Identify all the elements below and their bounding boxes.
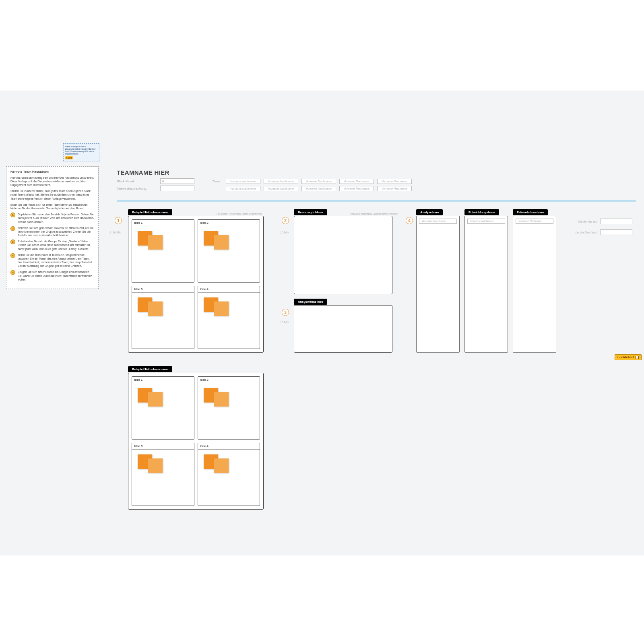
team-member-chip[interactable]: Vorname Nachname [339, 186, 374, 191]
attribution-badge: Lucid [65, 156, 73, 159]
selected-idea-tab[interactable]: Ausgewählte Idee [294, 299, 327, 305]
step-text-4: Teilen Sie die Teilnehmer in Teams ein. … [18, 253, 94, 268]
step-1-badge: 1 [115, 217, 122, 224]
analysis-team-tab[interactable]: Analyseteam [416, 209, 443, 215]
idea-title: Idee 2 [198, 220, 260, 226]
dev-team-tab[interactable]: Entwicklungsteam [464, 209, 499, 215]
team-member-chip[interactable]: Vorname Nachname [377, 179, 412, 184]
board-header: TEAMNAME HIER Slack Kanal: # Team: Vorna… [117, 169, 636, 193]
team-member-chip[interactable]: Vorname Nachname [516, 219, 553, 224]
participant-2-tab[interactable]: Beispiel-Teilnehmername [128, 366, 172, 372]
step-badge-5: 5 [10, 270, 15, 275]
idea-title: Idee 4 [198, 443, 260, 450]
sticky-note[interactable] [214, 235, 229, 250]
team-member-chip[interactable]: Vorname Nachname [301, 179, 336, 184]
idea-card[interactable]: Idee 3 [132, 443, 194, 506]
last-run-input[interactable] [600, 229, 632, 235]
step-badge-3: 3 [10, 239, 15, 244]
step-badge-4: 4 [10, 253, 15, 258]
instructions-p2: Stellen Sie zunächst sicher, dass jedes … [10, 189, 94, 200]
sticky-note[interactable] [148, 301, 163, 316]
selected-idea-panel[interactable] [294, 305, 392, 353]
pres-team-tab[interactable]: Präsentationsteam [513, 209, 548, 215]
slack-channel-input[interactable]: # [160, 178, 194, 184]
sticky-note[interactable] [148, 392, 163, 407]
step-1-note: Für jeden Teilnehmer unten duplizieren [217, 213, 262, 215]
idea-card[interactable]: Idee 2 [198, 219, 260, 283]
idea-card[interactable]: Idee 1 [132, 219, 194, 283]
team-member-chip[interactable]: Vorname Nachname [264, 179, 298, 184]
team-member-chip[interactable]: Vorname Nachname [264, 186, 298, 191]
team-member-chip[interactable]: Vorname Nachname [419, 219, 457, 224]
step-badge-1: 1 [10, 213, 15, 217]
section-divider [117, 200, 636, 202]
step-2-time: 10 Min [280, 231, 289, 234]
participant-1-panel[interactable]: Idee 1 Idee 2 Idee 3 Idee 4 [128, 216, 264, 353]
step-1-time: 5–10 Min [109, 231, 121, 234]
fav-ideas-panel[interactable] [294, 216, 392, 294]
step-text-1: Duplizieren Sie den ersten Bereich für j… [18, 213, 94, 224]
team-members-label: Team: [212, 180, 221, 183]
instructions-title: Remote Team Hackathon [10, 170, 94, 174]
dev-team-panel[interactable]: Vorname Nachname [464, 216, 508, 353]
idea-card[interactable]: Idee 2 [198, 376, 260, 440]
attribution-note: Diese Vorlage wurde in Zusammenarbeit mi… [63, 143, 99, 161]
idea-card[interactable]: Idee 1 [132, 376, 194, 440]
lucidchart-badge[interactable]: Lucidchart [615, 354, 642, 360]
analysis-team-panel[interactable]: Vorname Nachname [416, 216, 460, 353]
instructions-p1: Remote Arbeit kann kniffig sein und Remo… [10, 176, 94, 187]
idea-title: Idee 3 [132, 443, 194, 450]
slack-channel-label: Slack Kanal: [117, 180, 157, 183]
sticky-note[interactable] [214, 301, 229, 316]
team-member-chip[interactable]: Vorname Nachname [467, 219, 505, 224]
last-run-row: Letzter Durchlauf: [564, 229, 632, 235]
team-member-chip[interactable]: Vorname Nachname [339, 179, 374, 184]
idea-title: Idee 3 [132, 286, 194, 293]
team-member-chip[interactable]: Vorname Nachname [377, 186, 412, 191]
step-text-3: Entscheiden Sie sich als Gruppe für eine… [18, 239, 94, 251]
idea-card[interactable]: Idee 3 [132, 286, 194, 349]
idea-title: Idee 1 [132, 377, 194, 383]
participant-2-panel[interactable]: Idee 1 Idee 2 Idee 3 Idee 4 [128, 373, 264, 510]
team-member-chip[interactable]: Vorname Nachname [301, 186, 336, 191]
step-text-5: Einigen Sie sich anschließend als Gruppe… [18, 270, 94, 281]
meet-again-row: Wieder hier am: [564, 219, 632, 224]
sticky-note[interactable] [214, 458, 229, 473]
attribution-text: Diese Vorlage wurde in Zusammenarbeit mi… [65, 145, 95, 155]
meet-again-label: Wieder hier am: [564, 220, 598, 223]
sticky-note[interactable] [148, 458, 163, 473]
idea-title: Idee 2 [198, 377, 260, 383]
fav-ideas-tab[interactable]: Bevorzugte Ideen [294, 209, 327, 215]
step-badge-2: 2 [10, 226, 15, 231]
idea-title: Idee 1 [132, 220, 194, 226]
step-3-time: 10 Min [280, 321, 289, 324]
idea-card[interactable]: Idee 4 [198, 443, 260, 506]
step-2-note: Von den einzelnen Boards hierher ziehen [350, 213, 398, 215]
teams-meeting-input[interactable] [160, 186, 194, 191]
meet-again-input[interactable] [600, 219, 632, 224]
idea-card[interactable]: Idee 4 [198, 286, 260, 349]
teams-meeting-label: Teams Besprechung: [117, 187, 157, 190]
sticky-note[interactable] [214, 392, 229, 407]
step-3-badge: 3 [282, 309, 289, 316]
team-member-chip[interactable]: Vorname Nachname [226, 186, 260, 191]
last-run-label: Letzter Durchlauf: [564, 231, 598, 234]
instructions-panel: Remote Team Hackathon Remote Arbeit kann… [6, 166, 99, 289]
step-2-badge: 2 [282, 217, 289, 224]
step-4-badge: 4 [406, 217, 413, 224]
participant-1-tab[interactable]: Beispiel-Teilnehmername [128, 209, 172, 215]
team-member-chip[interactable]: Vorname Nachname [226, 179, 260, 184]
sticky-note[interactable] [148, 235, 163, 250]
idea-title: Idee 4 [198, 286, 260, 293]
instructions-p3: Bitten Sie das Team, sich für einen Team… [10, 203, 94, 210]
step-text-2: Nehmen Sie sich gemeinsam maximal 10 Min… [18, 226, 94, 237]
pres-team-panel[interactable]: Vorname Nachname [513, 216, 556, 353]
team-name-title[interactable]: TEAMNAME HIER [117, 169, 636, 176]
